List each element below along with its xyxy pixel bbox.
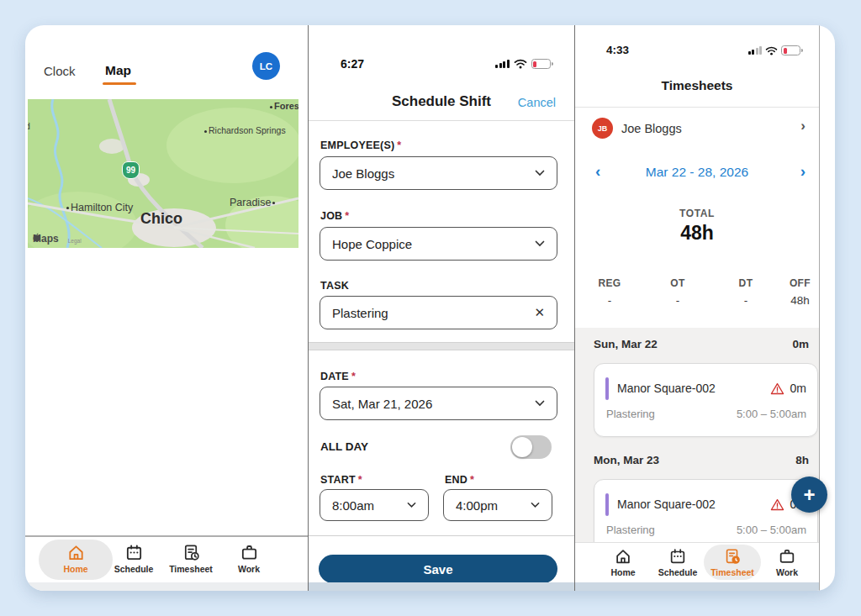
map-label-richardson-springs: Richardson Springs (204, 125, 286, 135)
warning-icon (770, 498, 784, 511)
start-time-select[interactable]: 8:00am (320, 489, 429, 521)
toggle-knob (512, 437, 532, 457)
map-label-chico: Chico (140, 210, 182, 228)
nav-item-timesheet[interactable]: Timesheet (165, 543, 217, 574)
wifi-icon (514, 59, 527, 69)
timesheet-icon (182, 543, 201, 562)
employees-value: Joe Bloggs (332, 166, 535, 181)
tab-clock[interactable]: Clock (44, 64, 76, 78)
day-total: 0m (792, 338, 809, 350)
stat-value-dt: - (711, 294, 780, 307)
avatar[interactable]: LC (252, 52, 280, 80)
chevron-right-icon[interactable]: › (800, 118, 806, 134)
timesheets-panel: 4:33 Timesheets JB Joe Bloggs › ‹ Mar 22… (575, 25, 820, 591)
day-total: 8h (795, 454, 809, 466)
stat-value-off: 48h (780, 294, 820, 307)
nav-label: Home (63, 564, 87, 574)
highway-99-shield-icon: 99 (122, 161, 140, 179)
cancel-button[interactable]: Cancel (518, 96, 556, 109)
hours-breakdown: REG OT DT OFF - - - 48h (575, 277, 820, 307)
end-time-select[interactable]: 4:00pm (443, 489, 552, 521)
timesheet-entry-card[interactable]: Manor Square-002 0m Plastering 5:00 – 5:… (594, 363, 818, 437)
timesheet-icon (723, 547, 742, 566)
nav-item-home[interactable]: Home (50, 543, 102, 574)
nav-item-work[interactable]: Work (223, 543, 275, 574)
nav-top-border (25, 535, 308, 537)
entry-task: Plastering (606, 524, 655, 536)
status-time: 4:33 (606, 44, 629, 56)
stat-header-ot: OT (644, 277, 711, 289)
employees-select[interactable]: Joe Bloggs (320, 156, 557, 190)
map-attribution: Maps Legal (33, 233, 82, 245)
day-header: Mon, Mar 23 8h (594, 454, 809, 466)
job-select[interactable]: Hope Coppice (320, 227, 557, 261)
apple-logo-icon (33, 233, 40, 242)
map-label-forest: Forest (270, 101, 298, 111)
week-range[interactable]: Mar 22 - 28, 2026 (575, 165, 819, 180)
nav-item-schedule[interactable]: Schedule (652, 547, 704, 577)
next-week-button[interactable]: › (800, 163, 806, 180)
calendar-icon (124, 543, 144, 562)
home-indicator-area (25, 582, 308, 591)
status-icons (748, 45, 801, 55)
nav-item-schedule[interactable]: Schedule (108, 543, 160, 574)
required-asterisk: * (397, 140, 401, 151)
home-icon (614, 547, 632, 566)
briefcase-icon (778, 547, 796, 566)
required-asterisk: * (470, 474, 474, 486)
stat-value-reg: - (575, 294, 644, 307)
required-asterisk: * (345, 210, 349, 222)
nav-item-work[interactable]: Work (761, 547, 813, 577)
nav-item-home[interactable]: Home (597, 547, 649, 577)
entry-time-range: 5:00 – 5:00am (737, 408, 806, 420)
chevron-down-icon (407, 502, 416, 508)
date-value: Sat, Mar 21, 2026 (332, 397, 535, 411)
all-day-label: ALL DAY (320, 440, 368, 453)
schedule-shift-panel: 6:27 Schedule Shift Cancel EMPLOYEE(S)* … (308, 25, 575, 591)
map-label-paradise: Paradise (230, 197, 275, 208)
entry-accent-bar (605, 377, 609, 400)
divider (575, 107, 819, 108)
battery-icon (781, 45, 800, 55)
status-time: 6:27 (341, 57, 364, 71)
nav-label: Timesheet (710, 567, 754, 577)
right-bottom-nav: Home Schedule Timesheet W (575, 542, 819, 583)
start-label: START* (320, 474, 362, 486)
home-indicator-area (309, 582, 574, 591)
task-input[interactable]: Plastering ✕ (320, 296, 557, 329)
date-select[interactable]: Sat, Mar 21, 2026 (320, 387, 557, 420)
timesheet-list: Sun, Mar 22 0m Manor Square-002 0m Plast… (575, 328, 819, 542)
wifi-icon (765, 46, 778, 55)
required-asterisk: * (351, 371, 356, 382)
divider (309, 535, 574, 536)
briefcase-icon (240, 543, 259, 562)
battery-icon (531, 59, 551, 69)
task-value: Plastering (332, 306, 534, 320)
warning-icon (770, 382, 784, 395)
nav-item-timesheet[interactable]: Timesheet (706, 547, 758, 577)
chevron-down-icon (535, 240, 545, 247)
chevron-down-icon (535, 170, 545, 176)
legal-link[interactable]: Legal (68, 238, 82, 244)
home-icon (66, 543, 86, 562)
map[interactable]: d Forest Richardson Springs Hamilton Cit… (28, 99, 298, 248)
entry-job: Manor Square-002 (617, 498, 770, 511)
total-label: TOTAL (575, 208, 819, 219)
stat-header-dt: DT (711, 277, 780, 289)
job-value: Hope Coppice (332, 237, 535, 251)
map-label-cutoff: d (28, 121, 30, 131)
date-label: DATE* (320, 371, 356, 382)
status-icons (495, 59, 551, 69)
nav-label: Schedule (658, 567, 698, 577)
employees-label: EMPLOYEE(S)* (320, 140, 401, 151)
save-button[interactable]: Save (319, 555, 557, 583)
add-timesheet-fab[interactable]: + (791, 476, 827, 513)
all-day-toggle[interactable] (510, 435, 552, 459)
app-card: Clock Map LC d Forest Richardson (25, 25, 835, 591)
tab-map[interactable]: Map (105, 63, 131, 78)
clock-map-panel: Clock Map LC d Forest Richardson (25, 25, 308, 591)
timesheet-entry-card[interactable]: Manor Square-002 0m Plastering 5:00 – 5:… (594, 479, 818, 542)
clear-icon[interactable]: ✕ (534, 305, 545, 320)
entry-job: Manor Square-002 (617, 382, 770, 395)
job-label: JOB* (320, 210, 349, 222)
